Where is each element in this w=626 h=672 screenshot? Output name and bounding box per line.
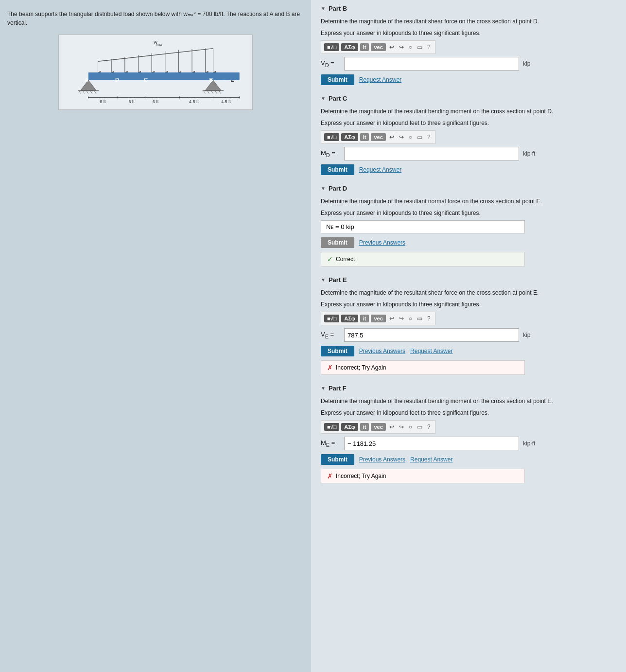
arrows-icon-b: it	[363, 44, 366, 50]
help-icon-b[interactable]: ?	[426, 43, 432, 52]
redo-icon-c[interactable]: ↪	[398, 133, 405, 141]
sigma-btn-c[interactable]: AΣφ	[341, 133, 358, 141]
part-d-submit[interactable]: Submit	[321, 237, 354, 248]
refresh-icon-e[interactable]: ○	[407, 314, 414, 323]
part-c-input-label: MD =	[321, 149, 340, 158]
part-b-section: ▼ Part B Determine the magnitude of the …	[321, 5, 616, 85]
sigma-btn-e[interactable]: AΣφ	[341, 315, 358, 322]
part-e-action-row: Submit Previous Answers Request Answer	[321, 346, 616, 356]
x-icon-e: ✗	[327, 364, 333, 371]
part-e-header: ▼ Part E	[321, 276, 616, 283]
part-c-request-answer[interactable]: Request Answer	[359, 166, 401, 173]
svg-text:D: D	[115, 77, 119, 83]
undo-icon-c[interactable]: ↩	[388, 133, 396, 141]
part-c-arrow: ▼	[321, 96, 326, 101]
redo-icon-b[interactable]: ↪	[398, 43, 405, 52]
arrows-btn-e[interactable]: it	[360, 315, 369, 322]
part-e-unit: kip	[523, 332, 530, 338]
undo-icon-f[interactable]: ↩	[388, 423, 396, 431]
part-b-request-answer[interactable]: Request Answer	[359, 76, 401, 83]
arrows-btn-c[interactable]: it	[360, 133, 369, 141]
part-c-toolbar: ■√□ AΣφ it vec ↩ ↪ ○ ▭ ?	[321, 130, 435, 144]
copy-icon-e[interactable]: ▭	[416, 314, 424, 323]
part-b-arrow: ▼	[321, 6, 326, 11]
part-f-result: Incorrect; Try Again	[336, 473, 386, 479]
part-b-toolbar: ■√□ AΣφ it vec ↩ ↪ ○ ▭ ?	[321, 40, 435, 54]
part-f-sub-description: Express your answer in kilopound feet to…	[321, 408, 616, 417]
part-f-unit: kip·ft	[523, 440, 535, 447]
arrows-btn-b[interactable]: it	[360, 43, 369, 51]
vec-btn-c[interactable]: vec	[371, 133, 385, 141]
refresh-icon-b[interactable]: ○	[407, 43, 414, 52]
part-e-input[interactable]	[344, 328, 519, 342]
part-c-action-row: Submit Request Answer	[321, 164, 616, 175]
part-b-action-row: Submit Request Answer	[321, 74, 616, 85]
vec-btn-b[interactable]: vec	[371, 43, 385, 51]
vec-btn-e[interactable]: vec	[371, 315, 385, 322]
part-c-submit[interactable]: Submit	[321, 164, 354, 175]
part-e-toolbar: ■√□ AΣφ it vec ↩ ↪ ○ ▭ ?	[321, 312, 435, 325]
part-b-header: ▼ Part B	[321, 5, 616, 12]
svg-text:B: B	[209, 77, 213, 83]
part-b-submit[interactable]: Submit	[321, 74, 354, 85]
part-f-previous-answers[interactable]: Previous Answers	[359, 456, 405, 463]
svg-text:6 ft: 6 ft	[128, 99, 135, 104]
redo-icon-e[interactable]: ↪	[398, 314, 405, 323]
sqrt-btn-f[interactable]: ■√□	[324, 423, 339, 431]
part-d-label: Part D	[329, 185, 347, 192]
svg-text:6 ft: 6 ft	[100, 99, 106, 104]
refresh-icon-c[interactable]: ○	[407, 133, 414, 141]
undo-icon-b[interactable]: ↩	[388, 43, 396, 52]
part-f-input-row: ME = kip·ft	[321, 437, 616, 450]
part-e-input-row: VE = kip	[321, 328, 616, 342]
copy-icon-c[interactable]: ▭	[416, 133, 424, 141]
sqrt-btn-c[interactable]: ■√□	[324, 133, 339, 141]
part-f-arrow: ▼	[321, 386, 326, 391]
part-f-request-answer[interactable]: Request Answer	[410, 456, 452, 463]
vec-btn-f[interactable]: vec	[371, 423, 385, 431]
part-f-submit[interactable]: Submit	[321, 454, 354, 465]
problem-statement: The beam supports the triangular distrib…	[7, 10, 304, 27]
part-c-input[interactable]	[344, 147, 519, 160]
undo-icon-e[interactable]: ↩	[388, 314, 396, 323]
right-panel: ▼ Part B Determine the magnitude of the …	[311, 0, 626, 672]
copy-icon-f[interactable]: ▭	[416, 423, 424, 431]
help-icon-f[interactable]: ?	[426, 423, 432, 431]
part-b-sub-description: Express your answer in kilopounds to thr…	[321, 29, 616, 37]
part-c-unit: kip·ft	[523, 150, 535, 157]
part-c-sub-description: Express your answer in kilopound feet to…	[321, 119, 616, 127]
redo-icon-f[interactable]: ↪	[398, 423, 405, 431]
part-e-previous-answers[interactable]: Previous Answers	[359, 348, 405, 354]
refresh-icon-f[interactable]: ○	[407, 423, 414, 431]
arrows-btn-f[interactable]: it	[360, 423, 369, 431]
part-f-input-label: ME =	[321, 439, 340, 448]
part-e-submit[interactable]: Submit	[321, 346, 354, 356]
vec-icon-b: vec	[374, 44, 383, 50]
part-b-label: Part B	[329, 5, 347, 12]
part-b-description: Determine the magnitude of the resultant…	[321, 17, 616, 26]
sigma-btn-f[interactable]: AΣφ	[341, 423, 358, 431]
sigma-btn-b[interactable]: AΣφ	[341, 43, 358, 51]
part-f-description: Determine the magnitude of the resultant…	[321, 397, 616, 406]
svg-text:4.5 ft: 4.5 ft	[221, 99, 231, 104]
beam-diagram-container: w max	[58, 35, 253, 110]
sqrt-icon-b: ■√□	[327, 44, 336, 50]
part-f-input[interactable]	[344, 437, 519, 450]
part-e-label: Part E	[329, 276, 347, 283]
sqrt-btn-b[interactable]: ■√□	[324, 43, 339, 51]
help-icon-e[interactable]: ?	[426, 314, 432, 323]
part-f-action-row: Submit Previous Answers Request Answer	[321, 454, 616, 465]
part-d-previous-answers[interactable]: Previous Answers	[359, 239, 405, 246]
x-icon-f: ✗	[327, 472, 333, 480]
part-b-input[interactable]	[344, 57, 519, 71]
part-d-section: ▼ Part D Determine the magnitude of the …	[321, 185, 616, 266]
part-b-unit: kip	[523, 60, 530, 67]
part-f-label: Part F	[329, 385, 347, 392]
part-b-input-label: VD =	[321, 59, 340, 68]
part-f-toolbar: ■√□ AΣφ it vec ↩ ↪ ○ ▭ ?	[321, 420, 435, 434]
sigma-icon-b: AΣφ	[344, 44, 355, 50]
sqrt-btn-e[interactable]: ■√□	[324, 315, 339, 322]
copy-icon-b[interactable]: ▭	[416, 43, 424, 52]
part-e-request-answer[interactable]: Request Answer	[410, 348, 452, 354]
help-icon-c[interactable]: ?	[426, 133, 432, 141]
